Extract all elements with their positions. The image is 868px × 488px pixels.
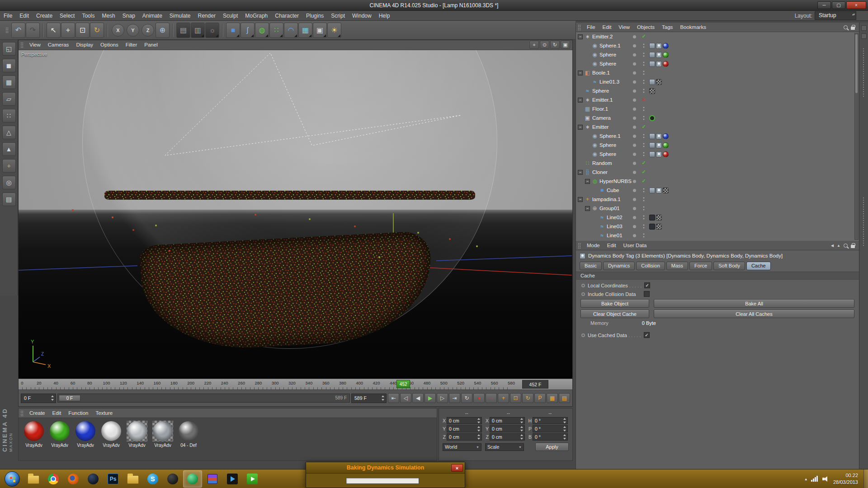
lock-z-axis-button[interactable]: Z — [142, 24, 154, 37]
object-tree-scrollbar[interactable] — [854, 33, 859, 240]
render-picture-viewer-button[interactable]: ▥ — [191, 23, 205, 38]
object-manager-menu-bookmarks[interactable]: Bookmarks — [676, 23, 710, 32]
toolbar-grip[interactable] — [5, 27, 9, 33]
video-app-taskbar-button[interactable] — [243, 470, 262, 488]
object-row-group01[interactable]: −⊕Group01 — [576, 204, 859, 213]
render-settings-button[interactable]: ☼ — [205, 23, 219, 38]
dyn-tag[interactable] — [656, 43, 662, 49]
spinner[interactable] — [563, 434, 567, 440]
expand-toggle[interactable]: − — [578, 98, 583, 103]
material-item-2[interactable]: VrayAdv — [48, 421, 71, 458]
key-scale-button[interactable]: ⊡ — [510, 393, 521, 403]
layer-dot[interactable] — [633, 198, 636, 201]
goto-start-button[interactable]: ⇤ — [388, 393, 399, 403]
media-folder-taskbar-button[interactable] — [123, 470, 142, 488]
dyn-tag[interactable] — [656, 52, 662, 58]
dark-tag[interactable] — [649, 215, 655, 221]
history-back-icon[interactable]: ◀ — [831, 244, 834, 248]
dyn-tag[interactable] — [656, 151, 662, 157]
rotation-h-field[interactable]: H0 ° — [528, 417, 568, 424]
coordinate-column-header[interactable]: -- — [490, 410, 527, 416]
position-x-field[interactable]: X0 cm — [442, 417, 482, 424]
object-row-lampadina-1[interactable]: −+lampadina.1 — [576, 195, 859, 204]
viewport-grip[interactable] — [20, 42, 24, 48]
layer-dot[interactable] — [633, 108, 636, 111]
object-row-boole-1[interactable]: −◧Boole.1 — [576, 68, 859, 77]
value-box[interactable]: 0 cm — [447, 417, 482, 424]
key-position-button[interactable]: + — [498, 393, 509, 403]
object-row-cube[interactable]: ■Cube — [576, 186, 859, 195]
deformer-bend-button[interactable]: ◠ — [284, 23, 298, 38]
viewport-menu-cameras[interactable]: Cameras — [44, 40, 73, 50]
dyn-tag[interactable] — [656, 188, 662, 193]
bake-all-button[interactable]: Bake All — [654, 299, 854, 308]
baking-dialog-title-bar[interactable]: Baking Dynamics Simulation × — [306, 462, 465, 474]
object-row-sphere-1[interactable]: ◉Sphere.1 — [576, 41, 859, 50]
hidden-icons-arrow[interactable]: ▴ — [805, 477, 807, 481]
spinner[interactable] — [477, 426, 481, 432]
layer-dot[interactable] — [633, 162, 636, 165]
timeline-slider-handle[interactable]: 0 F — [59, 395, 80, 401]
object-manager-menu-objects[interactable]: Objects — [633, 23, 658, 32]
checker-tag[interactable] — [656, 215, 662, 221]
tab-dynamics[interactable]: Dynamics — [603, 262, 635, 270]
material-menu-texture[interactable]: Texture — [92, 408, 116, 418]
menu-mograph[interactable]: MoGraph — [241, 11, 271, 20]
bake-object-button[interactable]: Bake Object — [580, 299, 649, 308]
spinner[interactable] — [520, 418, 524, 424]
layer-dot[interactable] — [633, 44, 636, 47]
enable-state[interactable] — [641, 52, 646, 58]
tab-mass[interactable]: Mass — [666, 262, 688, 270]
attribute-menu-mode[interactable]: Mode — [583, 241, 604, 250]
object-row-sphere[interactable]: ◉Sphere — [576, 59, 859, 68]
history-up-icon[interactable]: ▲ — [837, 244, 840, 248]
record-keyframe-button[interactable]: ● — [473, 393, 485, 403]
menu-sculpt[interactable]: Sculpt — [219, 11, 241, 20]
lock-icon[interactable] — [851, 27, 855, 30]
menu-create[interactable]: Create — [33, 11, 56, 20]
enable-state[interactable] — [641, 223, 646, 230]
size-z-field[interactable]: Z0 cm — [485, 433, 525, 441]
tab-collision[interactable]: Collision — [636, 262, 665, 270]
enable-state[interactable] — [641, 232, 646, 239]
enable-state[interactable] — [641, 42, 646, 49]
pan-view-icon[interactable]: + — [529, 41, 539, 49]
tag-tag[interactable] — [649, 188, 655, 193]
snap-settings-button[interactable]: ◎ — [2, 176, 16, 189]
object-row-line01-3[interactable]: ≈Line01.3 — [576, 77, 859, 86]
cache-section-header[interactable]: Cache — [576, 272, 859, 280]
checker-tag[interactable] — [649, 88, 655, 94]
attribute-menu-user-data[interactable]: User Data — [620, 241, 651, 250]
viewport-menu-options[interactable]: Options — [97, 40, 122, 50]
key-rotation-button[interactable]: ↻ — [522, 393, 533, 403]
photoshop-taskbar-button[interactable]: Ps — [104, 470, 123, 488]
clear-all-caches-button[interactable]: Clear All Caches — [654, 310, 854, 318]
material-item-6[interactable]: VrayAdv — [151, 421, 175, 458]
baking-dialog[interactable]: Baking Dynamics Simulation × — [306, 462, 465, 488]
expand-toggle[interactable]: − — [578, 70, 583, 75]
tag-tag[interactable] — [649, 133, 655, 139]
layer-dot[interactable] — [633, 35, 636, 38]
checker-tag[interactable] — [656, 224, 662, 230]
lock-icon[interactable] — [851, 245, 855, 248]
spinner[interactable] — [563, 426, 567, 432]
rotation-p-field[interactable]: P0 ° — [528, 425, 568, 432]
primitive-cube-button[interactable]: ■ — [226, 23, 240, 38]
material-menu-function[interactable]: Function — [65, 408, 92, 418]
volume-icon[interactable] — [822, 476, 829, 482]
layer-dot[interactable] — [633, 153, 636, 156]
material-grip[interactable] — [20, 410, 24, 416]
coordinate-column-header[interactable]: -- — [448, 410, 485, 416]
value-box[interactable]: 0 cm — [447, 425, 482, 432]
scrollbar-thumb[interactable] — [855, 34, 858, 93]
object-row-line01[interactable]: ≈Line01 — [576, 231, 859, 240]
object-row-sphere-1[interactable]: ◉Sphere.1 — [576, 131, 859, 141]
enable-state[interactable] — [641, 187, 646, 193]
end-frame-spinner[interactable] — [381, 395, 385, 401]
zoom-view-icon[interactable]: ⊙ — [540, 41, 549, 49]
material-menu-edit[interactable]: Edit — [49, 408, 65, 418]
object-row-sphere[interactable]: ◉Sphere — [576, 50, 859, 59]
material-item-4[interactable]: VrayAdv — [99, 421, 123, 458]
object-row-random[interactable]: ∷Random✓ — [576, 159, 859, 168]
end-frame-field[interactable]: 589 F — [351, 394, 387, 403]
